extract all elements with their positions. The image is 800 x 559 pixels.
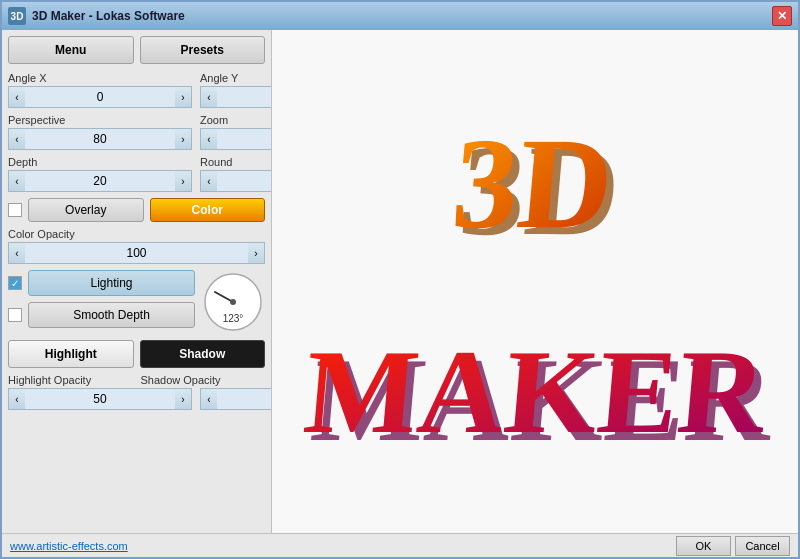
color-opacity-input[interactable] xyxy=(25,243,248,263)
round-input[interactable] xyxy=(217,171,272,191)
zoom-label: Zoom xyxy=(200,114,272,126)
status-bar: www.artistic-effects.com OK Cancel xyxy=(2,533,798,557)
lighting-dial[interactable]: 123° xyxy=(201,270,265,334)
angle-group: Angle X ‹ › Angle Y ‹ › xyxy=(8,72,265,108)
preview-area: 3D 3D MAKER MAKER xyxy=(272,30,798,533)
zoom-input[interactable] xyxy=(217,129,272,149)
perspective-zoom-group: Perspective ‹ › Zoom ‹ › xyxy=(8,114,265,150)
angle-x-dec[interactable]: ‹ xyxy=(9,87,25,107)
highlight-opacity-inc[interactable]: › xyxy=(175,389,191,409)
highlight-opacity-dec[interactable]: ‹ xyxy=(9,389,25,409)
opacity-controls: ‹ › ‹ › xyxy=(8,388,265,410)
depth-round-group: Depth ‹ › Round ‹ › xyxy=(8,156,265,192)
menu-button[interactable]: Menu xyxy=(8,36,134,64)
perspective-dec[interactable]: ‹ xyxy=(9,129,25,149)
angle-y-input[interactable] xyxy=(217,87,272,107)
round-field: Round ‹ › xyxy=(200,156,272,192)
zoom-dec[interactable]: ‹ xyxy=(201,129,217,149)
lighting-checkbox[interactable] xyxy=(8,276,22,290)
ok-button[interactable]: OK xyxy=(676,536,731,556)
highlight-opacity-spin: ‹ › xyxy=(8,388,192,410)
svg-point-2 xyxy=(230,299,236,305)
lighting-row: Lighting Smooth Depth 123° xyxy=(8,270,265,334)
highlight-opacity-input[interactable] xyxy=(25,389,175,409)
zoom-field: Zoom ‹ › xyxy=(200,114,272,150)
smooth-depth-row: Smooth Depth xyxy=(8,302,195,328)
ok-cancel-buttons: OK Cancel xyxy=(676,536,790,556)
shadow-button[interactable]: Shadow xyxy=(140,340,266,368)
highlight-opacity-field: ‹ › xyxy=(8,388,192,410)
main-window: 3D 3D Maker - Lokas Software ✕ Menu Pres… xyxy=(0,0,800,559)
color-opacity-label: Color Opacity xyxy=(8,228,265,240)
overlay-button[interactable]: Overlay xyxy=(28,198,144,222)
shadow-opacity-dec[interactable]: ‹ xyxy=(201,389,217,409)
lighting-button[interactable]: Lighting xyxy=(28,270,195,296)
angle-x-field: Angle X ‹ › xyxy=(8,72,192,108)
svg-text:3D: 3D xyxy=(447,111,618,255)
depth-spin: ‹ › xyxy=(8,170,192,192)
presets-button[interactable]: Presets xyxy=(140,36,266,64)
svg-text:MAKER: MAKER xyxy=(299,325,772,458)
content-area: Menu Presets Angle X ‹ › Angle Y ‹ xyxy=(2,30,798,533)
cancel-button[interactable]: Cancel xyxy=(735,536,790,556)
zoom-spin: ‹ › xyxy=(200,128,272,150)
depth-inc[interactable]: › xyxy=(175,171,191,191)
color-opacity-inc[interactable]: › xyxy=(248,243,264,263)
perspective-field: Perspective ‹ › xyxy=(8,114,192,150)
highlight-button[interactable]: Highlight xyxy=(8,340,134,368)
window-title: 3D Maker - Lokas Software xyxy=(32,9,772,23)
shadow-opacity-field: ‹ › xyxy=(200,388,272,410)
lighting-check-row: Lighting xyxy=(8,270,195,296)
angle-y-field: Angle Y ‹ › xyxy=(200,72,272,108)
angle-y-spin: ‹ › xyxy=(200,86,272,108)
perspective-label: Perspective xyxy=(8,114,192,126)
round-label: Round xyxy=(200,156,272,168)
color-opacity-spin: ‹ › xyxy=(8,242,265,264)
depth-label: Depth xyxy=(8,156,192,168)
highlight-opacity-label: Highlight Opacity xyxy=(8,374,133,386)
shadow-opacity-label: Shadow Opacity xyxy=(141,374,266,386)
angle-y-dec[interactable]: ‹ xyxy=(201,87,217,107)
close-button[interactable]: ✕ xyxy=(772,6,792,26)
depth-field: Depth ‹ › xyxy=(8,156,192,192)
perspective-input[interactable] xyxy=(25,129,175,149)
angle-x-spin: ‹ › xyxy=(8,86,192,108)
svg-text:123°: 123° xyxy=(223,313,244,324)
highlight-shadow-row: Highlight Shadow xyxy=(8,340,265,368)
smooth-depth-button[interactable]: Smooth Depth xyxy=(28,302,195,328)
round-dec[interactable]: ‹ xyxy=(201,171,217,191)
depth-dec[interactable]: ‹ xyxy=(9,171,25,191)
shadow-opacity-spin: ‹ › xyxy=(200,388,272,410)
perspective-spin: ‹ › xyxy=(8,128,192,150)
overlay-checkbox[interactable] xyxy=(8,203,22,217)
top-buttons: Menu Presets xyxy=(8,36,265,64)
title-bar: 3D 3D Maker - Lokas Software ✕ xyxy=(2,2,798,30)
color-button[interactable]: Color xyxy=(150,198,266,222)
angle-x-label: Angle X xyxy=(8,72,192,84)
angle-y-label: Angle Y xyxy=(200,72,272,84)
depth-input[interactable] xyxy=(25,171,175,191)
website-link[interactable]: www.artistic-effects.com xyxy=(10,540,128,552)
round-spin: ‹ › xyxy=(200,170,272,192)
color-opacity-dec[interactable]: ‹ xyxy=(9,243,25,263)
angle-x-input[interactable] xyxy=(25,87,175,107)
perspective-inc[interactable]: › xyxy=(175,129,191,149)
shadow-opacity-input[interactable] xyxy=(217,389,272,409)
angle-x-inc[interactable]: › xyxy=(175,87,191,107)
sidebar: Menu Presets Angle X ‹ › Angle Y ‹ xyxy=(2,30,272,533)
smooth-depth-checkbox[interactable] xyxy=(8,308,22,322)
preview-canvas: 3D 3D MAKER MAKER xyxy=(295,52,775,512)
overlay-color-row: Overlay Color xyxy=(8,198,265,222)
app-icon: 3D xyxy=(8,7,26,25)
opacity-labels: Highlight Opacity Shadow Opacity xyxy=(8,374,265,386)
